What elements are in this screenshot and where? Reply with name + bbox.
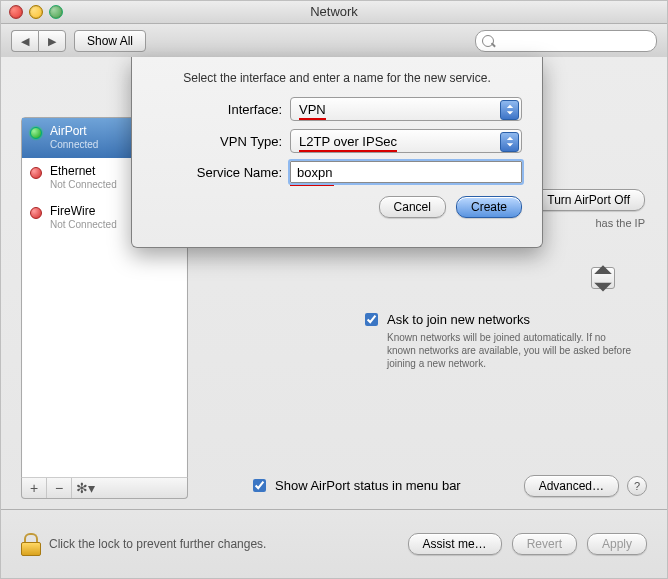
plus-icon: +	[30, 480, 38, 496]
new-service-sheet: Select the interface and enter a name fo…	[131, 57, 543, 248]
question-icon: ?	[634, 480, 640, 492]
nav-buttons: ◀ ▶	[11, 30, 66, 52]
zoom-icon[interactable]	[49, 5, 63, 19]
bottom-bar: Click the lock to prevent further change…	[1, 510, 667, 578]
sidebar-item-label: FireWire	[50, 204, 117, 218]
status-dot-icon	[30, 207, 42, 219]
window-controls	[9, 5, 63, 19]
create-button[interactable]: Create	[456, 196, 522, 218]
minimize-icon[interactable]	[29, 5, 43, 19]
remove-service-button[interactable]: −	[47, 478, 72, 498]
sidebar-item-label: AirPort	[50, 124, 98, 138]
advanced-button[interactable]: Advanced…	[524, 475, 619, 497]
gear-icon: ✻▾	[76, 480, 95, 496]
updown-icon	[500, 100, 519, 120]
service-name-input[interactable]	[290, 161, 522, 183]
interface-value: VPN	[299, 102, 326, 120]
chevron-left-icon: ◀	[21, 35, 29, 48]
updown-icon	[592, 263, 614, 294]
lock-text: Click the lock to prevent further change…	[49, 537, 266, 551]
forward-button[interactable]: ▶	[38, 30, 66, 52]
sidebar-item-status: Connected	[50, 138, 98, 152]
interface-select[interactable]: VPN	[290, 97, 522, 121]
service-name-label: Service Name:	[152, 165, 290, 180]
service-actions-button[interactable]: ✻▾	[72, 478, 187, 498]
window-title: Network	[310, 4, 358, 19]
ask-join-checkbox[interactable]	[365, 313, 378, 326]
vpn-type-value: L2TP over IPSec	[299, 134, 397, 152]
status-text-fragment: has the IP	[595, 217, 645, 229]
network-name-select-caret[interactable]	[591, 267, 615, 289]
apply-button[interactable]: Apply	[587, 533, 647, 555]
status-dot-icon	[30, 167, 42, 179]
interface-label: Interface:	[152, 102, 290, 117]
sidebar-item-status: Not Connected	[50, 178, 117, 192]
help-button[interactable]: ?	[627, 476, 647, 496]
assist-button[interactable]: Assist me…	[408, 533, 502, 555]
add-service-button[interactable]: +	[22, 478, 47, 498]
sidebar-footer: + − ✻▾	[21, 477, 188, 499]
toolbar: ◀ ▶ Show All	[1, 24, 667, 59]
minus-icon: −	[55, 480, 63, 496]
sheet-prompt: Select the interface and enter a name fo…	[132, 57, 542, 93]
network-preferences-window: Network ◀ ▶ Show All AirPort Connected	[0, 0, 668, 579]
back-button[interactable]: ◀	[11, 30, 38, 52]
ask-join-description: Known networks will be joined automatica…	[387, 331, 637, 370]
vpn-type-select[interactable]: L2TP over IPSec	[290, 129, 522, 153]
lock-icon[interactable]	[21, 533, 39, 555]
cancel-button[interactable]: Cancel	[379, 196, 446, 218]
titlebar: Network	[1, 1, 667, 24]
chevron-right-icon: ▶	[48, 35, 56, 48]
show-status-label: Show AirPort status in menu bar	[275, 478, 461, 493]
ask-join-label: Ask to join new networks	[387, 312, 637, 327]
search-input[interactable]	[475, 30, 657, 52]
show-all-button[interactable]: Show All	[74, 30, 146, 52]
sidebar-item-status: Not Connected	[50, 218, 117, 232]
vpn-type-label: VPN Type:	[152, 134, 290, 149]
sidebar-item-label: Ethernet	[50, 164, 117, 178]
show-status-checkbox[interactable]	[253, 479, 266, 492]
close-icon[interactable]	[9, 5, 23, 19]
revert-button[interactable]: Revert	[512, 533, 577, 555]
updown-icon	[500, 132, 519, 152]
status-dot-icon	[30, 127, 42, 139]
turn-airport-off-button[interactable]: Turn AirPort Off	[532, 189, 645, 211]
